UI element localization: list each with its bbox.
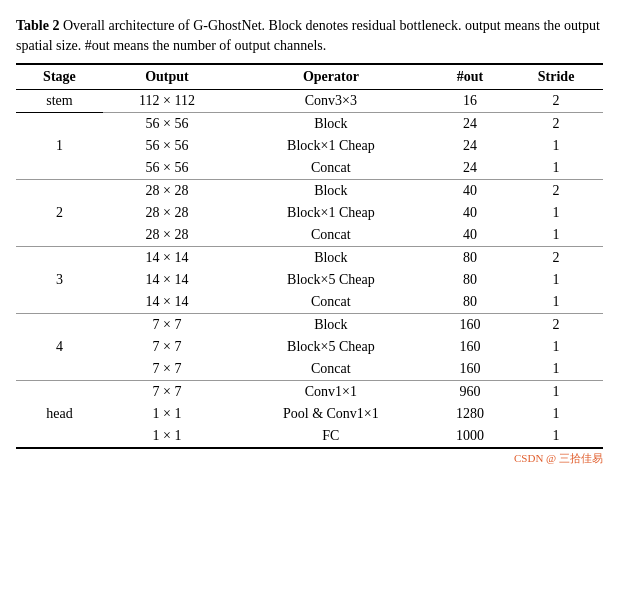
stride-cell: 1 <box>509 403 603 425</box>
output-cell: 7 × 7 <box>103 358 231 381</box>
stride-cell: 1 <box>509 358 603 381</box>
output-cell: 1 × 1 <box>103 403 231 425</box>
out-cell: 960 <box>431 381 510 404</box>
out-cell: 160 <box>431 314 510 337</box>
stride-cell: 1 <box>509 135 603 157</box>
out-cell: 40 <box>431 180 510 203</box>
output-cell: 56 × 56 <box>103 113 231 136</box>
col-header-operator: Operator <box>231 64 431 90</box>
table-caption: Table 2 Overall architecture of G-GhostN… <box>16 16 603 55</box>
stage-cell: 1 <box>16 113 103 180</box>
operator-cell: Conv1×1 <box>231 381 431 404</box>
col-header-out: #out <box>431 64 510 90</box>
stride-cell: 1 <box>509 291 603 314</box>
out-cell: 24 <box>431 135 510 157</box>
col-header-stage: Stage <box>16 64 103 90</box>
stage-cell: 2 <box>16 180 103 247</box>
table-row: 56 × 56Concat241 <box>16 157 603 180</box>
table-row: stem112 × 112Conv3×3162 <box>16 90 603 113</box>
out-cell: 80 <box>431 269 510 291</box>
operator-cell: Block×1 Cheap <box>231 135 431 157</box>
table-row: 14 × 14Block×5 Cheap801 <box>16 269 603 291</box>
table-row: 1 × 1Pool & Conv1×112801 <box>16 403 603 425</box>
out-cell: 24 <box>431 113 510 136</box>
out-cell: 1280 <box>431 403 510 425</box>
output-cell: 28 × 28 <box>103 202 231 224</box>
table-row: 56 × 56Block×1 Cheap241 <box>16 135 603 157</box>
operator-cell: Block×5 Cheap <box>231 269 431 291</box>
operator-cell: Block <box>231 247 431 270</box>
architecture-table: Stage Output Operator #out Stride stem11… <box>16 63 603 449</box>
table-row: 228 × 28Block402 <box>16 180 603 203</box>
out-cell: 160 <box>431 336 510 358</box>
stride-cell: 1 <box>509 224 603 247</box>
stride-cell: 1 <box>509 381 603 404</box>
operator-cell: Concat <box>231 358 431 381</box>
operator-cell: Block <box>231 314 431 337</box>
stage-cell: 3 <box>16 247 103 314</box>
operator-cell: Concat <box>231 157 431 180</box>
output-cell: 1 × 1 <box>103 425 231 448</box>
stride-cell: 1 <box>509 425 603 448</box>
out-cell: 80 <box>431 247 510 270</box>
operator-cell: Block×1 Cheap <box>231 202 431 224</box>
output-cell: 28 × 28 <box>103 180 231 203</box>
operator-cell: Pool & Conv1×1 <box>231 403 431 425</box>
output-cell: 14 × 14 <box>103 269 231 291</box>
table-row: 1 × 1FC10001 <box>16 425 603 448</box>
table-row: 156 × 56Block242 <box>16 113 603 136</box>
table-header-row: Stage Output Operator #out Stride <box>16 64 603 90</box>
stride-cell: 1 <box>509 202 603 224</box>
col-header-stride: Stride <box>509 64 603 90</box>
output-cell: 14 × 14 <box>103 247 231 270</box>
table-row: 28 × 28Block×1 Cheap401 <box>16 202 603 224</box>
stride-cell: 2 <box>509 180 603 203</box>
stride-cell: 2 <box>509 113 603 136</box>
output-cell: 112 × 112 <box>103 90 231 113</box>
out-cell: 160 <box>431 358 510 381</box>
table-label: Table 2 <box>16 18 59 33</box>
operator-cell: Conv3×3 <box>231 90 431 113</box>
out-cell: 40 <box>431 224 510 247</box>
out-cell: 1000 <box>431 425 510 448</box>
caption-text: Overall architecture of G-GhostNet. Bloc… <box>16 18 600 53</box>
table-row: 47 × 7Block1602 <box>16 314 603 337</box>
output-cell: 56 × 56 <box>103 157 231 180</box>
stride-cell: 1 <box>509 269 603 291</box>
out-cell: 40 <box>431 202 510 224</box>
operator-cell: Concat <box>231 224 431 247</box>
paper-block: Table 2 Overall architecture of G-GhostN… <box>16 16 603 466</box>
output-cell: 7 × 7 <box>103 381 231 404</box>
operator-cell: Concat <box>231 291 431 314</box>
output-cell: 7 × 7 <box>103 314 231 337</box>
operator-cell: Block <box>231 113 431 136</box>
out-cell: 16 <box>431 90 510 113</box>
stage-cell: stem <box>16 90 103 113</box>
stride-cell: 1 <box>509 336 603 358</box>
table-row: head7 × 7Conv1×19601 <box>16 381 603 404</box>
stride-cell: 2 <box>509 314 603 337</box>
table-row: 14 × 14Concat801 <box>16 291 603 314</box>
output-cell: 14 × 14 <box>103 291 231 314</box>
table-row: 7 × 7Block×5 Cheap1601 <box>16 336 603 358</box>
output-cell: 28 × 28 <box>103 224 231 247</box>
operator-cell: FC <box>231 425 431 448</box>
stage-cell: head <box>16 381 103 449</box>
stage-cell: 4 <box>16 314 103 381</box>
watermark: CSDN @ 三拾佳易 <box>16 451 603 466</box>
stride-cell: 2 <box>509 247 603 270</box>
operator-cell: Block <box>231 180 431 203</box>
stride-cell: 1 <box>509 157 603 180</box>
output-cell: 7 × 7 <box>103 336 231 358</box>
operator-cell: Block×5 Cheap <box>231 336 431 358</box>
output-cell: 56 × 56 <box>103 135 231 157</box>
out-cell: 24 <box>431 157 510 180</box>
table-row: 28 × 28Concat401 <box>16 224 603 247</box>
table-row: 7 × 7Concat1601 <box>16 358 603 381</box>
out-cell: 80 <box>431 291 510 314</box>
col-header-output: Output <box>103 64 231 90</box>
table-row: 314 × 14Block802 <box>16 247 603 270</box>
stride-cell: 2 <box>509 90 603 113</box>
